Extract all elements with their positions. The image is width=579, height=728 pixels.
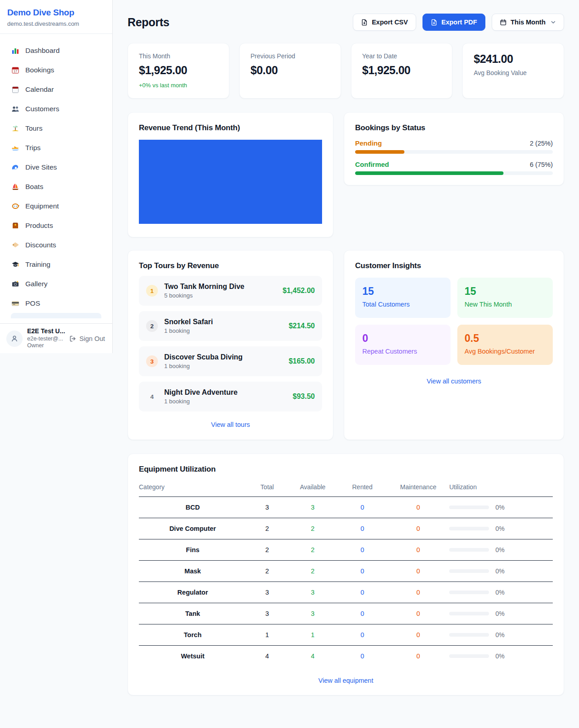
cell-rented: 0 — [337, 603, 387, 624]
sidebar-item-reports-active-partial[interactable] — [11, 313, 101, 318]
sailboat-icon — [11, 182, 19, 191]
insight-grid: 15 Total Customers 15 New This Month 0 R… — [355, 278, 553, 365]
sidebar-item-equipment[interactable]: Equipment — [6, 196, 106, 216]
export-pdf-button[interactable]: Export PDF — [422, 14, 485, 31]
column-header: Maintenance — [387, 480, 449, 497]
user-email: e2e-tester@... — [27, 336, 65, 343]
cell-category: Wetsuit — [139, 646, 247, 667]
rank-badge: 2 — [146, 320, 158, 332]
sidebar-item-label: Discounts — [25, 241, 56, 249]
sidebar-item-training[interactable]: Training — [6, 255, 106, 274]
sidebar-item-label: Dashboard — [25, 47, 60, 55]
sidebar-item-discounts[interactable]: Discounts — [6, 235, 106, 255]
utilization-bar — [449, 612, 489, 615]
export-csv-button[interactable]: Export CSV — [353, 14, 416, 31]
utilization-percent: 0% — [495, 631, 504, 638]
sidebar-user-footer: E2E Test U... e2e-tester@... Owner Sign … — [0, 323, 112, 353]
sidebar-item-label: Customers — [25, 105, 59, 113]
sidebar-item-bookings[interactable]: 17 Bookings — [6, 60, 106, 80]
view-all-customers-link[interactable]: View all customers — [355, 378, 553, 385]
stat-value: $0.00 — [251, 64, 330, 77]
tour-bookings: 1 booking — [164, 327, 282, 334]
sign-out-icon — [69, 335, 76, 342]
utilization-bar — [449, 633, 489, 637]
insight-value: 0 — [362, 332, 443, 345]
column-header: Available — [288, 480, 337, 497]
cell-total: 2 — [247, 561, 288, 582]
customer-insights-card: Customer Insights 15 Total Customers 15 … — [344, 250, 564, 440]
rank-badge: 4 — [146, 391, 158, 402]
cell-total: 3 — [247, 603, 288, 624]
stat-value: $1,925.00 — [362, 64, 441, 77]
status-bar-track — [355, 150, 553, 154]
sign-out-button[interactable]: Sign Out — [69, 335, 105, 342]
tour-revenue: $165.00 — [289, 357, 315, 365]
sidebar-item-pos[interactable]: POS — [6, 293, 106, 313]
cell-rented: 0 — [337, 582, 387, 603]
sidebar-item-products[interactable]: Products — [6, 216, 106, 235]
tour-name: Two Tank Morning Dive — [164, 283, 276, 291]
credit-card-icon — [11, 299, 19, 307]
period-label: This Month — [511, 19, 546, 26]
cell-available: 1 — [288, 624, 337, 646]
sidebar-item-label: Trips — [25, 144, 41, 152]
sidebar-item-trips[interactable]: Trips — [6, 138, 106, 157]
column-header: Utilization — [449, 480, 553, 497]
calendar-date-icon: 17 — [11, 66, 19, 74]
cell-maintenance: 0 — [387, 582, 449, 603]
cell-utilization: 0% — [449, 518, 553, 539]
charts-row: Revenue Trend (This Month) Bookings by S… — [128, 112, 564, 237]
sign-out-label: Sign Out — [80, 335, 105, 342]
top-tours-title: Top Tours by Revenue — [139, 261, 322, 270]
stat-card-year-to-date: Year to Date $1,925.00 — [351, 43, 453, 99]
export-csv-label: Export CSV — [372, 19, 408, 26]
sidebar-item-tours[interactable]: Tours — [6, 118, 106, 138]
sidebar-item-gallery[interactable]: Gallery — [6, 274, 106, 293]
revenue-trend-card: Revenue Trend (This Month) — [128, 112, 333, 237]
view-all-tours-link[interactable]: View all tours — [139, 421, 322, 428]
sidebar-item-label: Training — [25, 260, 50, 269]
people-icon — [11, 104, 19, 113]
tour-revenue: $93.50 — [293, 392, 315, 401]
speedboat-icon — [11, 143, 19, 152]
sidebar-item-label: POS — [25, 299, 40, 307]
island-icon — [11, 124, 19, 132]
cell-utilization: 0% — [449, 497, 553, 518]
svg-text:17: 17 — [14, 70, 17, 73]
tour-bookings: 1 booking — [164, 363, 282, 369]
rank-badge: 1 — [146, 285, 158, 297]
sidebar-item-dashboard[interactable]: Dashboard — [6, 41, 106, 60]
sidebar-item-customers[interactable]: Customers — [6, 99, 106, 118]
list-item: 3 Discover Scuba Diving 1 booking $165.0… — [139, 346, 322, 376]
stat-value: $241.00 — [474, 52, 553, 66]
cell-available: 3 — [288, 603, 337, 624]
cell-maintenance: 0 — [387, 646, 449, 667]
sidebar-item-label: Dive Sites — [25, 163, 57, 171]
sidebar-item-calendar[interactable]: Calendar — [6, 80, 106, 99]
sidebar-item-boats[interactable]: Boats — [6, 177, 106, 196]
shop-domain: demo.test.divestreams.com — [7, 20, 101, 27]
stat-value: $1,925.00 — [139, 64, 218, 77]
lists-row: Top Tours by Revenue 1 Two Tank Morning … — [128, 250, 564, 440]
equipment-utilization-card: Equipment Utilization Category Total Ava… — [128, 454, 564, 695]
sidebar-item-label: Products — [25, 222, 53, 230]
insight-tile-new-this-month: 15 New This Month — [457, 278, 553, 318]
cell-category: Regulator — [139, 582, 247, 603]
insight-value: 15 — [362, 285, 443, 298]
cell-maintenance: 0 — [387, 624, 449, 646]
cell-rented: 0 — [337, 497, 387, 518]
equipment-table: Category Total Available Rented Maintena… — [139, 480, 553, 667]
table-row: Fins 2 2 0 0 0% — [139, 539, 553, 561]
top-tours-card: Top Tours by Revenue 1 Two Tank Morning … — [128, 250, 333, 440]
utilization-percent: 0% — [495, 567, 504, 575]
sidebar-header: Demo Dive Shop demo.test.divestreams.com — [0, 0, 112, 34]
table-row: Mask 2 2 0 0 0% — [139, 561, 553, 582]
shop-name: Demo Dive Shop — [7, 8, 101, 18]
cell-total: 2 — [247, 518, 288, 539]
view-all-equipment-link[interactable]: View all equipment — [139, 677, 553, 684]
cell-utilization: 0% — [449, 561, 553, 582]
status-row-confirmed: Confirmed 6 (75%) — [355, 161, 553, 175]
sidebar-item-dive-sites[interactable]: Dive Sites — [6, 157, 106, 177]
period-selector[interactable]: This Month — [492, 14, 564, 31]
insight-value: 15 — [465, 285, 546, 298]
